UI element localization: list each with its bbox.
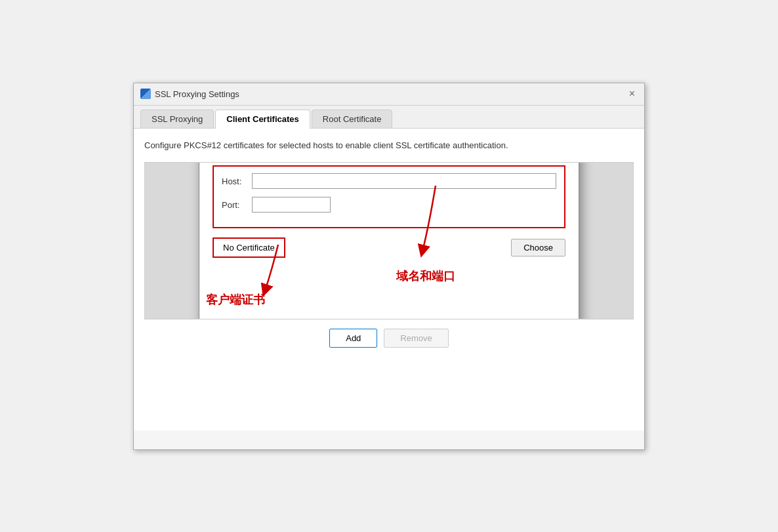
host-label: Host: [222,176,252,186]
remove-button: Remove [384,329,448,348]
port-row: Port: [222,197,556,213]
tabs-bar: SSL Proxying Client Certificates Root Ce… [134,106,644,129]
shield-icon [140,89,151,99]
arrow-client-cert [252,238,304,297]
modal-overlay: 🛡 Edit Client SSL Certificate × Host: [145,163,633,319]
certificates-table: 🛡 Edit Client SSL Certificate × Host: [144,162,634,319]
bottom-buttons: Add Remove [144,329,634,348]
tab-client-certificates[interactable]: Client Certificates [215,110,310,129]
window-title: SSL Proxying Settings [155,89,239,99]
arrow-domain-port [409,179,462,258]
domain-port-annotation: 域名和端口 [396,268,455,284]
description-text: Configure PKCS#12 certificates for selec… [144,139,634,152]
host-input[interactable] [252,173,556,189]
choose-button[interactable]: Choose [511,239,565,256]
main-window: SSL Proxying Settings × SSL Proxying Cli… [133,83,645,450]
port-input[interactable] [252,197,331,213]
annotations-layer: 客户端证书 域名和端口 [213,258,565,317]
window-close-button[interactable]: × [626,88,638,100]
titlebar-left: SSL Proxying Settings [140,89,239,99]
dialog-body: Host: Port: No Certificate Choose [199,162,579,319]
edit-cert-dialog: 🛡 Edit Client SSL Certificate × Host: [199,162,579,319]
host-port-section: Host: Port: [213,165,565,228]
add-button[interactable]: Add [329,329,377,348]
host-row: Host: [222,173,556,189]
port-label: Port: [222,200,252,210]
main-content: Configure PKCS#12 certificates for selec… [134,129,644,430]
tab-ssl-proxying[interactable]: SSL Proxying [140,110,214,128]
tab-root-certificate[interactable]: Root Certificate [312,110,393,128]
main-titlebar: SSL Proxying Settings × [134,83,644,106]
